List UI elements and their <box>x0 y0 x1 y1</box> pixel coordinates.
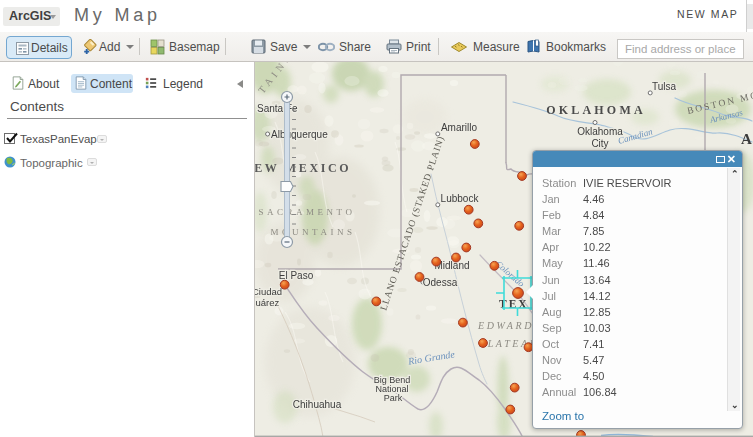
svg-text:Lubbock: Lubbock <box>441 193 480 204</box>
svg-text:OKLAHOMA: OKLAHOMA <box>546 103 646 117</box>
svg-text:Santa Fe: Santa Fe <box>257 103 298 114</box>
svg-text:NEW MEXICO: NEW MEXICO <box>255 161 351 175</box>
svg-text:Juárez: Juárez <box>255 297 280 308</box>
svg-text:Oklahoma: Oklahoma <box>577 126 623 137</box>
svg-text:Albuquerque: Albuquerque <box>271 129 328 140</box>
svg-text:Tulsa: Tulsa <box>652 81 677 92</box>
svg-text:A: A <box>741 131 752 147</box>
svg-text:Ciudad: Ciudad <box>255 286 282 297</box>
svg-text:Park: Park <box>384 393 403 403</box>
svg-text:MOUNTAINS: MOUNTAINS <box>271 227 356 237</box>
svg-text:SACRAMENTO: SACRAMENTO <box>259 207 356 217</box>
svg-text:Chihuahua: Chihuahua <box>293 399 342 410</box>
svg-text:Amarillo: Amarillo <box>441 122 478 133</box>
svg-text:El Paso: El Paso <box>279 270 314 281</box>
svg-text:Odessa: Odessa <box>423 277 458 288</box>
svg-text:City: City <box>591 138 608 149</box>
